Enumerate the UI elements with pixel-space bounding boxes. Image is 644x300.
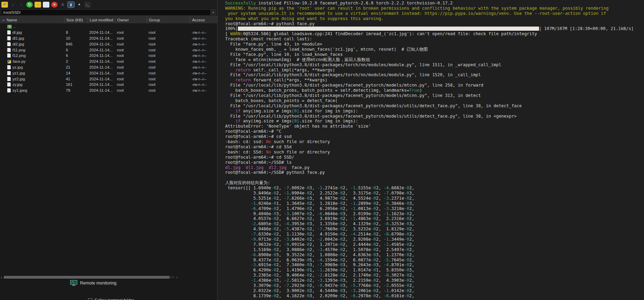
download-icon[interactable]: ↓ — [10, 2, 16, 8]
file-name: zy.jpg — [12, 82, 22, 87]
file-row[interactable]: zy.jpg1612024-11-14...rootroot-rw-r--r-- — [0, 82, 217, 88]
file-icon — [7, 71, 11, 75]
file-row[interactable]: dl1.jpg102024-11-14...rootroot-rw-r--r-- — [0, 36, 217, 41]
terminal-line: File "/usr/local/lib/python3.8/dist-pack… — [225, 62, 644, 68]
terminal-window-icon[interactable]: ›_ — [84, 2, 91, 8]
file-owner: root — [115, 71, 147, 75]
file-access: -rw-r--r-- — [190, 30, 217, 34]
path-input[interactable]: /root/SSD/ — [1, 10, 210, 14]
terminal-line: root@focal-arm64:~# cd SSd — [225, 144, 644, 150]
terminal-line: -7.6330e-02, 1.1130e-02, 4.9150e-02, -4.… — [225, 232, 644, 237]
file-size: 2 — [64, 59, 88, 63]
file-group: root — [147, 77, 190, 81]
scrollbar-track[interactable] — [3, 275, 175, 279]
file-row[interactable]: dl2.jpg8452024-11-14...rootroot-rw-r--r-… — [0, 41, 217, 47]
terminal-line: File "/usr/local/lib/python3.8/dist-pack… — [225, 114, 644, 119]
delete-icon[interactable]: ✕ — [51, 2, 58, 8]
split-panel-icon[interactable]: ▮ — [68, 2, 74, 8]
file-row[interactable]: yz2.jpg412024-11-14...rootroot-rw-r--r-- — [0, 76, 217, 82]
terminal-line: batch_boxes, batch_probs, batch_points =… — [225, 88, 644, 93]
new-folder-icon[interactable]: + — [35, 2, 41, 8]
file-name: face.py — [13, 59, 26, 63]
file-name: dl.jpg — [12, 30, 22, 34]
column-header-access[interactable]: Access — [190, 17, 217, 23]
terminal-line: if any(img.size ≠ imgs[0].size for img i… — [225, 119, 644, 124]
file-name: f12.png — [12, 53, 26, 58]
terminal-line: root@focal-arm64:~# cd ssd — [225, 134, 644, 139]
terminal-line: -9.0713e-02, -3.6402e-02, -2.0042e-02, 2… — [225, 237, 644, 242]
terminal-line: root@focal-arm64:~# ^C — [225, 129, 644, 134]
file-row[interactable]: zy1.jpeg792024-11-14...rootroot-rw-r--r-… — [0, 88, 217, 93]
remote-monitoring-button[interactable]: Remote monitoring — [0, 280, 186, 286]
new-file-icon[interactable] — [43, 2, 49, 8]
file-row[interactable]: yz.jpg212024-11-14...rootroot-rw-r--r-- — [0, 64, 217, 70]
terminal-line: -1.0246e-01, 1.3645e-02, 1.2818e-02, -1.… — [225, 201, 644, 206]
terminal-line: -2.6805e-02, -4.3953e-03, 1.3356e-02, 4.… — [225, 221, 644, 227]
file-row[interactable]: dl.jpg82024-11-14...rootroot-rw-r--r-- — [0, 30, 217, 36]
column-header-group[interactable]: Group — [147, 17, 190, 23]
file-owner: root — [115, 65, 147, 69]
column-header-owner[interactable]: Owner — [115, 17, 147, 23]
file-icon — [7, 82, 11, 87]
file-icon — [7, 36, 11, 40]
file-row[interactable]: f12.png62024-11-14...rootroot-rw-r--r-- — [0, 53, 217, 59]
follow-terminal-folder-checkbox[interactable]: Follow terminal folder — [88, 298, 134, 300]
column-label: Size (KB) — [66, 18, 83, 22]
terminal[interactable]: Successfully installed Pillow-10.2.0 fac… — [218, 0, 644, 300]
file-owner: root — [115, 48, 147, 52]
terminal-line: dl.jpg dl1.jpg dl2.jpg face.py — [225, 165, 644, 170]
file-modified: 2024-11-14... — [88, 71, 115, 75]
file-name: yz.jpg — [12, 65, 23, 69]
rename-icon[interactable]: A — [59, 2, 66, 8]
file-group: root — [147, 59, 190, 63]
remote-monitoring-label: Remote monitoring — [80, 281, 117, 286]
file-access: -rw-r--r-- — [190, 88, 217, 92]
column-label: Name — [7, 18, 17, 22]
terminal-line: your system unusable.It is recommended t… — [225, 11, 644, 16]
parent-directory-row[interactable]: ↰.. — [0, 24, 217, 30]
terminal-line: Traceback (most recent call last): — [225, 37, 644, 42]
refresh-icon[interactable]: ↻ — [26, 2, 33, 8]
wand-icon[interactable]: ✦ — [76, 2, 83, 8]
sort-descending-icon: ▼ — [2, 19, 5, 22]
terminal-line: face = mtcnn(knownImg) # 使用mtcnn检测人脸，返回人… — [225, 57, 644, 62]
scroll-right-icon[interactable]: › — [175, 275, 179, 279]
file-modified: 2024-11-14... — [88, 88, 115, 92]
file-size: 845 — [64, 42, 88, 46]
column-header-size-kb-[interactable]: Size (KB) — [64, 17, 88, 23]
file-modified: 2024-11-14... — [88, 82, 115, 87]
column-header-last-modified[interactable]: Last modified — [88, 17, 115, 23]
file-access: -rw-r--r-- — [190, 65, 217, 69]
chevron-down-icon[interactable]: ∨ — [210, 10, 216, 15]
terminal-line: 7.9632e-02, -9.0915e-02, 1.2071e-02, 2.4… — [225, 242, 644, 247]
terminal-line: root@focal-arm64:~# cd SSD/ — [225, 155, 644, 160]
scrollbar-thumb[interactable] — [4, 276, 170, 279]
upload-icon[interactable]: ↑ — [18, 2, 25, 8]
parent-directory-icon: ↰ — [7, 25, 12, 29]
session-folder-icon[interactable]: ↶ — [1, 2, 8, 8]
horizontal-scrollbar[interactable]: ‹ › — [0, 275, 179, 279]
terminal-line: you know what you are doing and want to … — [225, 16, 644, 21]
column-header-name[interactable]: ▼Name — [0, 17, 64, 23]
checkbox-icon[interactable] — [88, 298, 92, 300]
file-size: 41 — [64, 77, 88, 81]
terminal-line: 3.2365e-02, 9.4064e-02, -2.8128e-02, 2.1… — [225, 273, 644, 278]
terminal-line: 6.4290e-02, 1.4190e-01, -1.2630e-02, 1.0… — [225, 268, 644, 273]
terminal-line: -6.4709e-02, 1.4796e-02, 6.2056e-02, -1.… — [225, 206, 644, 211]
file-row[interactable]: yz1.jpg142024-11-14...rootroot-rw-r--r-- — [0, 70, 217, 76]
terminal-line: File "/usr/local/lib/python3.8/dist-pack… — [225, 83, 644, 88]
file-modified: 2024-11-14... — [88, 77, 115, 81]
file-group: root — [147, 82, 190, 87]
file-size: 10 — [64, 36, 88, 40]
terminal-line: if any(img.size ≠ imgs[0].size for img i… — [225, 109, 644, 114]
file-access: -rw-r--r-- — [190, 36, 217, 40]
file-name: zy1.jpeg — [12, 88, 27, 92]
terminal-line: 3.3079e-02, -7.2923e-02, -9.9437e-03, -5… — [225, 283, 644, 288]
file-access: -rw-r--r-- — [190, 48, 217, 52]
file-row[interactable]: f11.png62024-11-14...rootroot-rw-r--r-- — [0, 47, 217, 53]
scroll-left-icon[interactable]: ‹ — [0, 275, 3, 279]
file-row[interactable]: face.py22024-11-14...rootroot-rw-r--r-- — [0, 59, 217, 64]
file-icon — [7, 65, 11, 69]
file-name: f11.png — [12, 48, 26, 52]
file-icon — [7, 48, 11, 52]
